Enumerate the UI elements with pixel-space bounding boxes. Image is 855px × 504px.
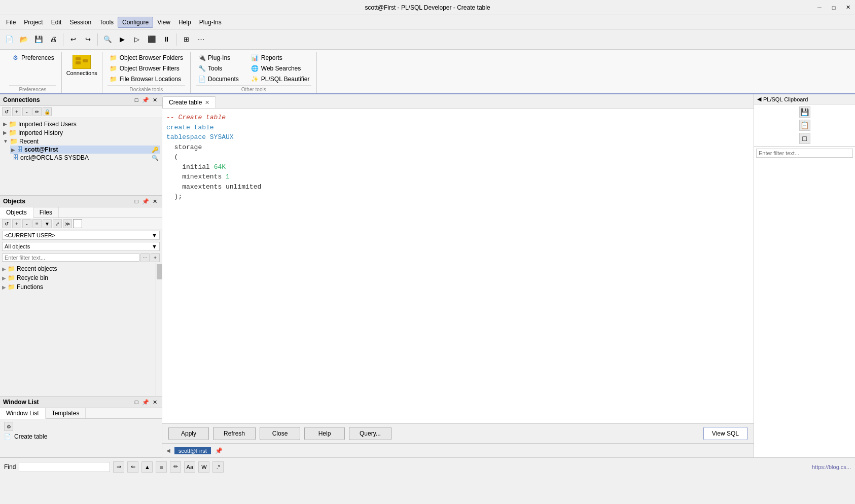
new-button[interactable]: 📄	[2, 32, 16, 47]
editor-area[interactable]: -- Create table create table tablespace …	[162, 109, 754, 423]
obj-sort-button[interactable]: ≡	[32, 219, 42, 228]
query-button[interactable]: Query...	[349, 427, 391, 440]
conn-refresh-button[interactable]: ↺	[2, 107, 11, 116]
close-window-button[interactable]: ✕	[841, 1, 855, 15]
window-list-item[interactable]: 📄 Create table	[2, 432, 160, 441]
ribbon-preferences[interactable]: ⚙ Preferences	[9, 53, 56, 63]
ribbon-plugins[interactable]: 🔌 Plug-Ins	[196, 53, 241, 63]
view-sql-button[interactable]: View SQL	[703, 427, 747, 440]
ribbon-web-searches[interactable]: 🌐 Web Searches	[249, 63, 312, 74]
tree-recent-objects[interactable]: ▶ 📁 Recent objects	[0, 264, 162, 273]
close-button[interactable]: Close	[260, 427, 300, 440]
obj-more-button[interactable]: ≫	[63, 219, 72, 228]
maximize-button[interactable]: □	[827, 1, 841, 15]
save-button[interactable]: 💾	[31, 32, 46, 47]
conn-add-button[interactable]: +	[12, 107, 21, 116]
obj-filter-button[interactable]: ▼	[43, 219, 52, 228]
obj-remove-button[interactable]: -	[22, 219, 31, 228]
filter-add-button[interactable]: +	[151, 253, 160, 262]
tab-close-button[interactable]: ✕	[205, 99, 209, 106]
find-input[interactable]	[19, 462, 110, 472]
menu-session[interactable]: Session	[65, 17, 95, 27]
objects-pin-button[interactable]: 📌	[141, 197, 150, 205]
refresh-button[interactable]: Refresh	[213, 427, 256, 440]
create-table-tab[interactable]: Create table ✕	[162, 96, 216, 108]
find-next-button[interactable]: ⇒	[113, 461, 124, 473]
find-word-button[interactable]: W	[198, 461, 209, 473]
tree-functions[interactable]: ▶ 📁 Functions	[0, 282, 162, 292]
right-filter-input[interactable]	[756, 149, 853, 158]
run-button[interactable]: ▶	[115, 32, 129, 47]
right-panel-expand[interactable]: ◀	[757, 96, 761, 102]
obj-add-button[interactable]: +	[12, 219, 21, 228]
rp-save-button[interactable]: 💾	[799, 106, 810, 118]
help-button[interactable]: Help	[304, 427, 345, 440]
find-case-button[interactable]: Aa	[184, 461, 195, 473]
pin-button[interactable]: 📌	[215, 447, 223, 454]
rp-copy-button[interactable]: 📋	[799, 120, 810, 131]
ribbon-object-browser-folders[interactable]: 📁 Object Browser Folders	[108, 53, 185, 63]
menu-project[interactable]: Project	[20, 17, 47, 27]
rp-expand-button[interactable]: □	[799, 133, 810, 144]
object-filter-input[interactable]	[2, 254, 139, 262]
open-button[interactable]: 📂	[17, 32, 31, 47]
tab-window-list[interactable]: Window List	[0, 408, 46, 419]
all-objects-dropdown[interactable]: All objects ▼	[2, 242, 160, 251]
connections-float-button[interactable]: □	[132, 96, 140, 104]
menu-plugins[interactable]: Plug-Ins	[195, 17, 226, 27]
obj-expand-button[interactable]: ⤢	[53, 219, 62, 228]
menu-configure[interactable]: Configure	[118, 17, 153, 28]
tree-imported-history[interactable]: ▶ 📁 Imported History	[2, 128, 160, 137]
tab-templates[interactable]: Templates	[46, 408, 86, 418]
obj-scrollbar[interactable]	[156, 263, 162, 396]
more-button[interactable]: ⋯	[194, 32, 208, 47]
ribbon-file-browser-locations[interactable]: 📁 File Browser Locations	[108, 74, 185, 84]
pause-button[interactable]: ⏸	[159, 32, 173, 47]
conn-edit-button[interactable]: ✏	[32, 107, 42, 116]
objects-float-button[interactable]: □	[132, 197, 140, 205]
grid-button[interactable]: ⊞	[179, 32, 193, 47]
tree-scott-first[interactable]: ▶ 🗄 scott@First 🔑	[10, 146, 160, 154]
menu-view[interactable]: View	[153, 17, 174, 27]
minimize-button[interactable]: ─	[812, 1, 827, 15]
print-button[interactable]: 🖨	[46, 32, 60, 47]
winlist-float-button[interactable]: □	[132, 398, 140, 406]
menu-edit[interactable]: Edit	[47, 17, 66, 27]
ribbon-tools[interactable]: 🔧 Tools	[196, 63, 241, 74]
menu-help[interactable]: Help	[174, 17, 195, 27]
find-mark-button[interactable]: ✏	[170, 461, 181, 473]
stop-button[interactable]: ⬛	[145, 32, 159, 47]
tree-recent[interactable]: ▼ 📁 Recent	[2, 137, 160, 146]
tree-imported-fixed[interactable]: ▶ 📁 Imported Fixed Users	[2, 120, 160, 128]
filter-more-button[interactable]: ⋯	[140, 253, 150, 262]
find-list-button[interactable]: ≡	[156, 461, 167, 473]
tab-objects[interactable]: Objects	[0, 207, 33, 218]
find-regex-button[interactable]: .*	[212, 461, 224, 473]
tree-recycle-bin[interactable]: ▶ 📁 Recycle bin	[0, 273, 162, 282]
search-button[interactable]: 🔍	[100, 32, 115, 47]
ribbon-documents[interactable]: 📄 Documents	[196, 74, 241, 84]
current-user-dropdown[interactable]: <CURRENT USER> ▼	[2, 231, 160, 240]
conn-lock-button[interactable]: 🔒	[43, 107, 52, 116]
menu-tools[interactable]: Tools	[95, 17, 118, 27]
apply-button[interactable]: Apply	[168, 427, 209, 440]
menu-file[interactable]: File	[2, 17, 20, 27]
winlist-pin-button[interactable]: 📌	[141, 398, 150, 406]
nav-prev[interactable]: ◀	[166, 448, 170, 453]
ribbon-plsql-beautifier[interactable]: ✨ PL/SQL Beautifier	[249, 74, 312, 84]
find-up-button[interactable]: ▲	[141, 461, 153, 473]
ribbon-reports[interactable]: 📊 Reports	[249, 53, 312, 63]
tab-files[interactable]: Files	[33, 207, 59, 218]
conn-remove-button[interactable]: -	[22, 107, 31, 116]
ribbon-object-browser-filters[interactable]: 📁 Object Browser Filters	[108, 63, 185, 74]
obj-refresh-button[interactable]: ↺	[2, 219, 11, 228]
connections-close-button[interactable]: ✕	[151, 96, 159, 104]
find-prev-button[interactable]: ⇐	[127, 461, 138, 473]
undo-button[interactable]: ↩	[66, 32, 80, 47]
tree-orcl-sysdba[interactable]: 🗄 orcl@ORCL AS SYSDBA 🔍	[10, 154, 160, 162]
step-button[interactable]: ▷	[130, 32, 144, 47]
redo-button[interactable]: ↪	[81, 32, 95, 47]
connections-pin-button[interactable]: 📌	[141, 96, 150, 104]
objects-close-button[interactable]: ✕	[151, 197, 159, 205]
winlist-btn[interactable]: ⚙	[4, 422, 13, 431]
